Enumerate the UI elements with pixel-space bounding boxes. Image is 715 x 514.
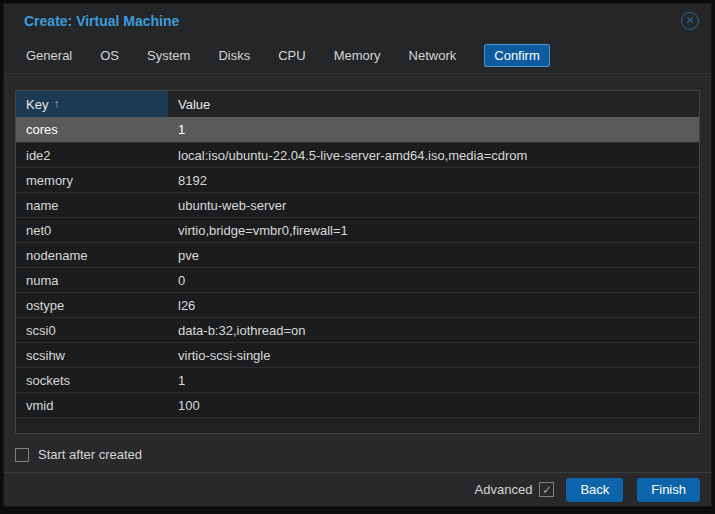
row-key: nodename (16, 248, 168, 263)
table-header-row: Key ↑ Value (16, 91, 699, 117)
table-row-name[interactable]: name ubuntu-web-server (16, 192, 699, 217)
row-key: numa (16, 273, 168, 288)
table-row-numa[interactable]: numa 0 (16, 267, 699, 292)
confirm-panel: Key ↑ Value cores 1 ide2 local:iso/ubunt… (4, 75, 711, 472)
start-after-created-option[interactable]: Start after created (15, 447, 142, 462)
screen-background: Create: Virtual Machine ✕ General OS Sys… (0, 0, 715, 514)
table-row-nodename[interactable]: nodename pve (16, 242, 699, 267)
dialog-titlebar: Create: Virtual Machine ✕ (4, 4, 711, 37)
finish-button[interactable]: Finish (637, 478, 700, 502)
tab-os[interactable]: OS (100, 44, 119, 67)
tab-network[interactable]: Network (409, 44, 457, 67)
row-value: virtio,bridge=vmbr0,firewall=1 (168, 223, 699, 238)
row-value: 1 (168, 122, 699, 137)
table-row-ide2[interactable]: ide2 local:iso/ubuntu-22.04.5-live-serve… (16, 142, 699, 167)
row-value: 1 (168, 373, 699, 388)
row-value: 0 (168, 273, 699, 288)
tab-general[interactable]: General (26, 44, 72, 67)
close-x-glyph: ✕ (685, 15, 694, 26)
row-key: memory (16, 173, 168, 188)
column-header-key-label: Key (26, 97, 48, 112)
row-value: local:iso/ubuntu-22.04.5-live-server-amd… (168, 148, 699, 163)
row-value: l26 (168, 298, 699, 313)
start-after-created-label: Start after created (38, 447, 142, 462)
row-value: pve (168, 248, 699, 263)
check-glyph: ✓ (542, 484, 552, 496)
column-header-value-label: Value (178, 97, 210, 112)
confirm-settings-table: Key ↑ Value cores 1 ide2 local:iso/ubunt… (15, 90, 700, 434)
dialog-title: Create: Virtual Machine (24, 13, 681, 29)
back-button[interactable]: Back (566, 478, 623, 502)
row-value: ubuntu-web-server (168, 198, 699, 213)
table-body: cores 1 ide2 local:iso/ubuntu-22.04.5-li… (16, 117, 699, 433)
column-header-value[interactable]: Value (168, 91, 699, 117)
table-row-cores[interactable]: cores 1 (16, 117, 699, 142)
table-row-net0[interactable]: net0 virtio,bridge=vmbr0,firewall=1 (16, 217, 699, 242)
row-key: cores (16, 122, 168, 137)
column-header-key[interactable]: Key ↑ (16, 91, 168, 117)
tab-confirm[interactable]: Confirm (484, 44, 550, 67)
tab-disks[interactable]: Disks (218, 44, 250, 67)
row-key: ide2 (16, 148, 168, 163)
row-key: net0 (16, 223, 168, 238)
tab-bar: General OS System Disks CPU Memory Netwo… (4, 37, 711, 74)
row-value: 8192 (168, 173, 699, 188)
table-row-ostype[interactable]: ostype l26 (16, 292, 699, 317)
tab-memory[interactable]: Memory (334, 44, 381, 67)
table-row-scsi0[interactable]: scsi0 data-b:32,iothread=on (16, 317, 699, 342)
row-key: name (16, 198, 168, 213)
checkbox-unchecked-icon[interactable] (15, 448, 29, 462)
tab-system[interactable]: System (147, 44, 190, 67)
advanced-checkbox-checked-icon[interactable]: ✓ (539, 482, 554, 497)
row-value: virtio-scsi-single (168, 348, 699, 363)
tab-cpu[interactable]: CPU (278, 44, 305, 67)
row-value: 100 (168, 398, 699, 413)
dialog-footer: Advanced ✓ Back Finish (4, 472, 711, 506)
table-row-scsihw[interactable]: scsihw virtio-scsi-single (16, 342, 699, 367)
row-value: data-b:32,iothread=on (168, 323, 699, 338)
sort-ascending-icon: ↑ (53, 97, 59, 111)
row-key: scsi0 (16, 323, 168, 338)
table-row-sockets[interactable]: sockets 1 (16, 367, 699, 392)
table-row-vmid[interactable]: vmid 100 (16, 392, 699, 417)
row-key: ostype (16, 298, 168, 313)
table-row-memory[interactable]: memory 8192 (16, 167, 699, 192)
row-key: vmid (16, 398, 168, 413)
row-key: scsihw (16, 348, 168, 363)
advanced-label: Advanced (475, 482, 533, 497)
create-vm-dialog: Create: Virtual Machine ✕ General OS Sys… (3, 3, 712, 507)
close-icon[interactable]: ✕ (681, 12, 699, 30)
table-empty-space (16, 417, 699, 433)
row-key: sockets (16, 373, 168, 388)
